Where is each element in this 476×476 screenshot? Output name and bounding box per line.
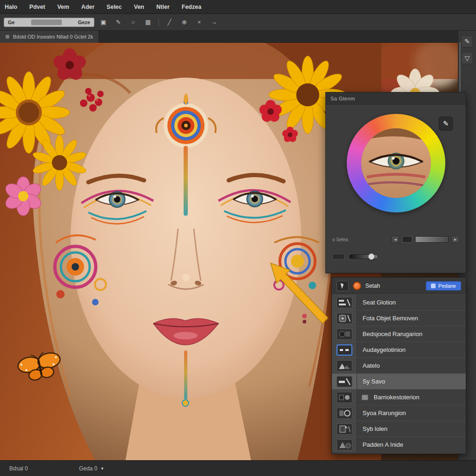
slash-icon[interactable]: ╱ [164, 17, 175, 28]
tools-list-panel: Setah Pedane Seat Glotion Fota Objet Bem… [331, 277, 466, 454]
tools-panel-header: Setah Pedane [332, 278, 466, 294]
menu-item-5[interactable]: Ven [134, 4, 144, 10]
menu-bar: Halo Pdvet Vem Ader Selec Ven Ntler Fedz… [0, 0, 476, 14]
cup-icon[interactable]: ▽ [461, 52, 473, 64]
tool-label: Sy Savo [357, 378, 385, 385]
tool-options-bar: Ge Geze ▣ ✎ ○ ▦ ╱ ⊕ × → [0, 14, 476, 31]
status-zoom-dropdown[interactable]: Geda 0 [79, 465, 97, 472]
swatch-box[interactable] [402, 236, 412, 243]
tool-label: Syoa Rarungion [357, 410, 406, 416]
target-icon[interactable]: ⊕ [178, 17, 190, 28]
bar-pen-icon [337, 376, 352, 387]
next-button[interactable]: ► [451, 236, 459, 243]
slider-knob[interactable] [368, 253, 375, 260]
chevron-down-icon[interactable]: ▾ [101, 466, 103, 471]
prev-button[interactable]: ◄ [391, 236, 399, 243]
grid-icon[interactable]: ▦ [142, 17, 154, 28]
mountains-icon [337, 360, 352, 371]
tool-label: Fota Objet Bemoven [357, 315, 418, 322]
menu-item-4[interactable]: Selec [106, 4, 122, 10]
tool-label: Audaygelotinion [357, 346, 406, 353]
rounded-square-icon [337, 313, 352, 324]
checker-icon[interactable]: ▣ [98, 17, 109, 28]
color-wheel-panel-header[interactable]: Sa Gtenm [326, 93, 466, 105]
combo-right-text: Geze [78, 20, 90, 25]
gradient-preview[interactable] [415, 236, 449, 243]
square-circle-icon [337, 392, 352, 403]
tool-preset-combo[interactable]: Ge Geze [4, 18, 94, 27]
button-icon [431, 284, 436, 288]
dashes-icon [337, 344, 352, 356]
menu-item-3[interactable]: Ader [81, 4, 94, 10]
color-wheel-panel-title: Sa Gtenm [331, 96, 355, 101]
arrow-icon[interactable]: → [208, 17, 220, 28]
menu-item-1[interactable]: Pdvet [29, 4, 45, 10]
combo-block [31, 20, 62, 25]
document-tab[interactable]: Bdstd OD Inseatro Ntlad 0 Gctet 2k [0, 31, 99, 43]
circle-icon[interactable]: ○ [127, 17, 139, 28]
tool-row-1[interactable]: Fota Objet Bemoven [332, 310, 466, 326]
color-swatch[interactable] [353, 282, 361, 290]
square-ring-icon [337, 408, 352, 419]
tool-label: Syb lolen [357, 425, 387, 432]
tool-label: Padden A Inide [357, 441, 403, 448]
pen-icon[interactable]: ✎ [112, 17, 124, 28]
pedane-button-label: Pedane [438, 283, 456, 289]
close-icon[interactable]: × [193, 17, 205, 28]
tool-row-9[interactable]: Padden A Inide [332, 436, 466, 452]
combo-left-text: Ge [8, 20, 15, 25]
menu-item-2[interactable]: Vem [57, 4, 69, 10]
tool-label: Aatelo [357, 362, 380, 369]
portrait-chin-stripe [184, 350, 187, 399]
tool-row-8[interactable]: Syb lolen [332, 421, 466, 436]
swatch-label: Setah [365, 283, 380, 289]
tool-label: Seat Glotion [357, 299, 396, 306]
tool-row-7[interactable]: Syoa Rarungion [332, 405, 466, 421]
document-fold-icon [337, 423, 352, 435]
pen-tool-button[interactable]: ✎ [439, 117, 453, 131]
selea-label: o Selea [332, 237, 348, 242]
status-bar: Bdsal 0 Geda 0 ▾ [0, 460, 476, 476]
portrait-nose-stripe [184, 146, 188, 216]
tool-label: Bedsjoced Rarugarion [357, 331, 423, 337]
tab-bar: Bdstd OD Inseatro Ntlad 0 Gctet 2k [0, 31, 458, 43]
document-icon [6, 35, 9, 39]
tool-row-2[interactable]: Bedsjoced Rarugarion [332, 326, 466, 342]
document-title: Bdstd OD Inseatro Ntlad 0 Gctet 2k [13, 34, 93, 40]
photo-editor-app: Halo Pdvet Vem Ader Selec Ven Ntler Fedz… [0, 0, 476, 476]
menu-item-7[interactable]: Fedzea [182, 4, 201, 10]
tool-row-6[interactable]: Barriokestoterion [332, 389, 466, 405]
slider[interactable] [349, 254, 378, 259]
status-left-text: Bdsal 0 [9, 465, 28, 472]
tool-row-4[interactable]: Aatelo [332, 357, 466, 373]
color-wheel-panel: Sa Gtenm [325, 92, 466, 273]
menu-item-6[interactable]: Ntler [156, 4, 169, 10]
wheel-slider-row [332, 252, 378, 261]
mini-swatch [362, 395, 368, 400]
tool-row-5-selected[interactable]: Sy Savo [332, 373, 466, 389]
brush-icon[interactable]: ✎ [461, 35, 473, 47]
portrait-earring [302, 314, 307, 318]
toolbar-separator [159, 18, 159, 26]
pedane-button[interactable]: Pedane [426, 281, 461, 291]
tool-label: Barriokestoterion [368, 394, 419, 401]
value-box[interactable] [332, 254, 344, 259]
triangle-circle-icon [337, 439, 352, 450]
tool-row-3[interactable]: Audaygelotinion [332, 342, 466, 357]
cursor-icon[interactable] [337, 281, 349, 291]
eye-preview-image [361, 128, 431, 198]
menu-item-0[interactable]: Halo [5, 4, 17, 10]
color-wheel-preview [361, 128, 431, 198]
color-wheel[interactable] [347, 114, 445, 212]
tool-row-0[interactable]: Seat Glotion [332, 294, 466, 310]
shapes-icon [337, 329, 352, 340]
bars-slash-icon [337, 297, 352, 308]
wheel-controls-row: o Selea ◄ ► [332, 235, 459, 244]
